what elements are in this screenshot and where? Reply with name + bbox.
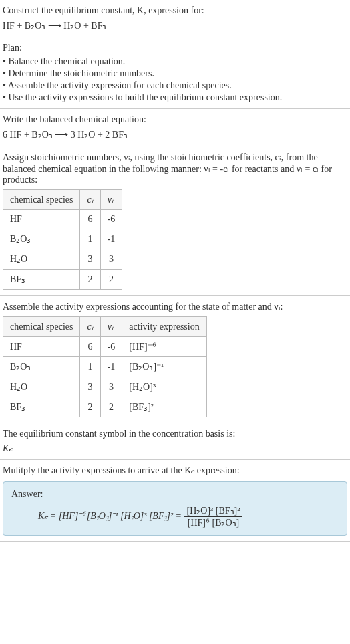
stoich-section: Assign stoichiometric numbers, νᵢ, using… — [0, 146, 350, 296]
cell-species: BF₃ — [3, 270, 80, 290]
unbalanced-equation: HF + B₂O₃ ⟶ H₂O + BF₃ — [3, 20, 347, 31]
eq-arrow: ⟶ — [48, 21, 61, 31]
table-header-row: chemical species cᵢ νᵢ activity expressi… — [3, 317, 207, 337]
cell-expr: [HF]⁻⁶ — [122, 337, 206, 357]
stoich-prompt: Assign stoichiometric numbers, νᵢ, using… — [3, 152, 347, 185]
kc-expression: K𝒸 = [HF]⁻⁶ [B₂O₃]⁻¹ [H₂O]³ [BF₃]² = [H₂… — [38, 505, 339, 528]
table-row: B₂O₃ 1 -1 — [3, 229, 122, 249]
fraction-denominator: [HF]⁶ [B₂O₃] — [184, 517, 243, 528]
cell-species: B₂O₃ — [3, 357, 80, 377]
header-prompt: Construct the equilibrium constant, K, e… — [3, 5, 347, 16]
activity-prompt: Assemble the activity expressions accoun… — [3, 301, 347, 312]
cell-species: B₂O₃ — [3, 229, 80, 249]
cell-species: HF — [3, 337, 80, 357]
cell-expr: [H₂O]³ — [122, 377, 206, 397]
multiply-section: Mulitply the activity expressions to arr… — [0, 460, 350, 542]
eq-rhs: H₂O + BF₃ — [63, 21, 106, 31]
plan-section: Plan: • Balance the chemical equation. •… — [0, 37, 350, 109]
eq-lhs: HF + B₂O₃ — [3, 21, 45, 31]
plan-list: • Balance the chemical equation. • Deter… — [3, 56, 347, 103]
table-row: HF 6 -6 — [3, 210, 122, 229]
fraction-numerator: [H₂O]³ [BF₃]² — [184, 505, 243, 517]
cell-expr: [B₂O₃]⁻¹ — [122, 357, 206, 377]
cell-c: 3 — [80, 249, 100, 270]
cell-nu: 3 — [100, 249, 122, 270]
col-c: cᵢ — [80, 190, 100, 210]
symbol-section: The equilibrium constant symbol in the c… — [0, 423, 350, 460]
col-species: chemical species — [3, 190, 80, 210]
table-row: B₂O₃ 1 -1 [B₂O₃]⁻¹ — [3, 357, 207, 377]
prompt-text: Construct the equilibrium constant, K, e… — [3, 5, 204, 15]
cell-c: 1 — [80, 357, 100, 377]
plan-title: Plan: — [3, 43, 347, 53]
cell-expr: [BF₃]² — [122, 397, 206, 417]
cell-c: 6 — [80, 210, 100, 229]
multiply-prompt: Mulitply the activity expressions to arr… — [3, 465, 347, 476]
cell-nu: 2 — [100, 397, 122, 417]
cell-species: H₂O — [3, 377, 80, 397]
col-nu: νᵢ — [100, 317, 122, 337]
cell-c: 6 — [80, 337, 100, 357]
cell-nu: -6 — [100, 210, 122, 229]
cell-nu: -1 — [100, 229, 122, 249]
col-c: cᵢ — [80, 317, 100, 337]
table-row: H₂O 3 3 [H₂O]³ — [3, 377, 207, 397]
kc-lhs: K𝒸 = [HF]⁻⁶ [B₂O₃]⁻¹ [H₂O]³ [BF₃]² = — [38, 511, 184, 521]
symbol-value: K𝒸 — [3, 443, 347, 454]
cell-nu: -6 — [100, 337, 122, 357]
answer-box: Answer: K𝒸 = [HF]⁻⁶ [B₂O₃]⁻¹ [H₂O]³ [BF₃… — [3, 481, 347, 536]
activity-table: chemical species cᵢ νᵢ activity expressi… — [3, 316, 207, 417]
kc-fraction: [H₂O]³ [BF₃]² [HF]⁶ [B₂O₃] — [184, 505, 243, 528]
cell-species: HF — [3, 210, 80, 229]
symbol-prompt: The equilibrium constant symbol in the c… — [3, 429, 347, 439]
table-header-row: chemical species cᵢ νᵢ — [3, 190, 122, 210]
balanced-prompt: Write the balanced chemical equation: — [3, 114, 347, 125]
cell-species: H₂O — [3, 249, 80, 270]
cell-nu: 2 — [100, 270, 122, 290]
plan-item: • Balance the chemical equation. — [3, 56, 347, 67]
table-row: HF 6 -6 [HF]⁻⁶ — [3, 337, 207, 357]
balanced-equation: 6 HF + B₂O₃ ⟶ 3 H₂O + 2 BF₃ — [3, 129, 347, 140]
col-expr: activity expression — [122, 317, 206, 337]
table-row: BF₃ 2 2 [BF₃]² — [3, 397, 207, 417]
plan-item: • Determine the stoichiometric numbers. — [3, 68, 347, 79]
cell-c: 1 — [80, 229, 100, 249]
header-section: Construct the equilibrium constant, K, e… — [0, 0, 350, 37]
cell-species: BF₃ — [3, 397, 80, 417]
col-nu: νᵢ — [100, 190, 122, 210]
answer-label: Answer: — [11, 489, 339, 500]
activity-section: Assemble the activity expressions accoun… — [0, 296, 350, 423]
cell-c: 2 — [80, 397, 100, 417]
cell-c: 3 — [80, 377, 100, 397]
plan-item: • Use the activity expressions to build … — [3, 92, 347, 103]
table-row: H₂O 3 3 — [3, 249, 122, 270]
balanced-section: Write the balanced chemical equation: 6 … — [0, 109, 350, 146]
plan-item: • Assemble the activity expression for e… — [3, 80, 347, 91]
table-row: BF₃ 2 2 — [3, 270, 122, 290]
cell-nu: 3 — [100, 377, 122, 397]
col-species: chemical species — [3, 317, 80, 337]
stoich-table: chemical species cᵢ νᵢ HF 6 -6 B₂O₃ 1 -1… — [3, 189, 122, 290]
cell-nu: -1 — [100, 357, 122, 377]
cell-c: 2 — [80, 270, 100, 290]
